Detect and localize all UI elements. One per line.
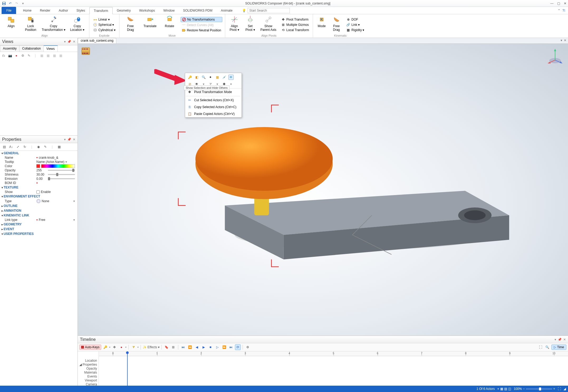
tl-marker-icon[interactable]: 🔖 [163,344,169,350]
align-pivot-button[interactable]: Align Pivot ▾ [228,15,241,34]
zoom-out-button[interactable]: − [523,387,525,391]
prop-tool-1-icon[interactable]: ▤ [2,144,7,149]
tl-last-icon[interactable]: ⏭ [228,344,234,350]
viewport-3d[interactable]: 🔑 ◧ 🔍 ✦ ▦ 💉 👁 ⊘ 👁 ▾ ⧩ ▾ ✥ ▾ [78,44,568,336]
prop-cat-environment[interactable]: ENVIRONMENT EFFECT [0,194,76,199]
ctx-paste[interactable]: 📋Paste Copied Actors (Ctrl+V) [185,110,242,117]
tl-rewind-icon[interactable]: ⏪ [187,344,193,350]
views-tab-views[interactable]: Views [44,45,58,52]
tl-play-icon[interactable]: ▶ [201,344,206,350]
tl-zoom-icon[interactable]: 🔍 [545,344,550,350]
tab-animate[interactable]: Animate [217,7,237,14]
views-tool-3-icon[interactable]: ● [14,53,19,58]
prop-color-gradient[interactable] [41,164,75,168]
spherical-explode-button[interactable]: Spherical ▾ [92,22,117,27]
prop-color-swatch[interactable] [36,164,40,168]
rotate-button[interactable]: Rotate [161,15,178,34]
tl-stop-icon[interactable]: ■ [208,344,213,350]
prop-emission-slider[interactable] [48,178,75,179]
doc-close-icon[interactable]: ✕ [564,38,566,43]
views-tool-4-icon[interactable]: ⚙ [20,53,25,58]
help-icon[interactable]: ?⃝ [562,9,565,12]
ctx-icon-1[interactable]: 🔑 [187,75,192,80]
document-tab[interactable]: crank sub_content.smg [78,38,116,43]
prop-tool-2-icon[interactable]: A↓ [8,144,14,149]
views-tab-assembly[interactable]: Assembly [0,45,20,52]
search-input[interactable] [248,8,290,13]
tl-range-icon[interactable]: ⊞ [170,344,176,350]
views-tool-1-icon[interactable]: 🗀 [1,53,6,58]
views-tab-collaboration[interactable]: Collaboration [19,45,44,52]
collapse-ribbon-icon[interactable]: ⌃ [558,9,560,12]
local-transform-button[interactable]: ⟲Local Transform [280,28,310,32]
detect-curves-button[interactable]: 〰Detect Curves (Alt) [181,23,222,27]
prop-shininess-slider[interactable] [48,174,75,175]
tab-author[interactable]: Author [55,7,72,14]
sb-cursor-icon[interactable]: ⌖ [497,387,499,391]
ctx-show-icon[interactable]: 👁 [228,75,234,80]
save-icon[interactable] [2,1,6,6]
kinematic-mode-button[interactable]: KMode [316,15,328,34]
tab-styles[interactable]: Styles [72,7,89,14]
sb-view-icon[interactable]: ▤ [504,387,507,391]
dof-button[interactable]: ⊕DOF [345,17,365,22]
pivot-transform-button[interactable]: ✥Pivot Transform [280,17,310,22]
prop-cat-event[interactable]: EVENT [0,227,76,231]
panel-close-icon[interactable]: ✕ [73,40,75,43]
no-transformations-button[interactable]: No Transformations [181,17,222,22]
tl-cam-icon[interactable]: ● [118,344,124,350]
tab-home[interactable]: Home [19,7,36,14]
prop-cat-animation[interactable]: ANIMATION [0,208,76,213]
link-button[interactable]: 🔗Link ▾ [345,22,365,27]
translate-button[interactable]: Translate [142,15,158,34]
copy-transformation-button[interactable]: Copy Transformation ▾ [42,15,65,34]
sb-grid-icon[interactable]: ▦ [500,387,503,391]
tl-time-mode[interactable]: ▷Time [551,345,566,350]
tl-effects-button[interactable]: ✨Effects ▾ [143,344,160,350]
views-tool-6-icon[interactable]: ▦ [39,53,44,58]
tl-prev-icon[interactable]: ◀ [194,344,200,350]
tl-filter-icon[interactable]: ⧩ [131,344,136,350]
tl-ff-icon[interactable]: ⏩ [221,344,227,350]
file-tab[interactable]: File [2,7,16,14]
panel-pin-icon[interactable]: 📌 [67,40,71,43]
ctx-icon-6[interactable]: 💉 [222,75,227,80]
tab-render[interactable]: Render [36,7,54,14]
prop-tool-7-icon[interactable]: ▦ [56,144,62,149]
free-drag-button[interactable]: Free Drag [122,15,139,34]
prop-tool-3-icon[interactable]: ⤢ [15,144,21,149]
ctx-copy[interactable]: ⎘Copy Selected Actors (Ctrl+C) [185,104,242,110]
prop-cat-geometry[interactable]: GEOMETRY [0,222,76,227]
prop-tool-5-icon[interactable]: ◉ [36,144,41,149]
restore-neutral-button[interactable]: Restore Neutral Position [181,28,222,33]
views-tool-8-icon[interactable]: ▦ [52,53,57,58]
tl-loop-icon[interactable]: ⟳ [235,344,241,350]
tab-geometry[interactable]: Geometry [113,7,135,14]
zoom-slider[interactable] [526,389,552,389]
sb-expand-icon[interactable]: ⛶ [558,387,561,391]
tl-settings-icon[interactable]: ⚙ [245,344,251,350]
align-button[interactable]: Align [3,15,20,34]
prop-tool-6-icon[interactable]: ✎ [43,144,48,149]
prop-cat-kinematic-link[interactable]: KINEMATIC LINK [0,213,76,218]
tl-fit-icon[interactable]: ⛶ [538,344,543,350]
auto-keys-toggle[interactable]: Auto-Keys [79,345,101,350]
redo-icon[interactable]: ↷ [14,1,19,6]
views-tool-2-icon[interactable]: 📷 [7,53,13,58]
tl-next-icon[interactable]: ▷ [214,344,220,350]
minimize-button[interactable]: — [550,2,553,5]
close-button[interactable]: ✕ [564,2,566,5]
prop-name-value[interactable]: crank-knob_& [39,156,58,159]
kinematic-free-drag-button[interactable]: Free Drag [330,15,343,34]
tl-key-icon[interactable]: 🔑 [102,344,108,350]
tl-first-icon[interactable]: ⏮ [180,344,186,350]
tab-solidworks-pdm[interactable]: SOLIDWORKS PDM [179,7,216,14]
prop-cat-texture[interactable]: TEXTURE [0,185,76,190]
views-tool-7-icon[interactable]: ▦ [45,53,51,58]
timeline-ruler[interactable]: 012345678910 [99,351,568,386]
rigidity-button[interactable]: ▦Rigidity ▾ [345,28,365,32]
copy-location-button[interactable]: Copy Location ▾ [68,15,86,34]
sb-layers-icon[interactable]: ◫ [508,387,511,391]
prop-cat-outline[interactable]: OUTLINE [0,204,76,208]
ctx-icon-5[interactable]: ▦ [215,75,220,80]
